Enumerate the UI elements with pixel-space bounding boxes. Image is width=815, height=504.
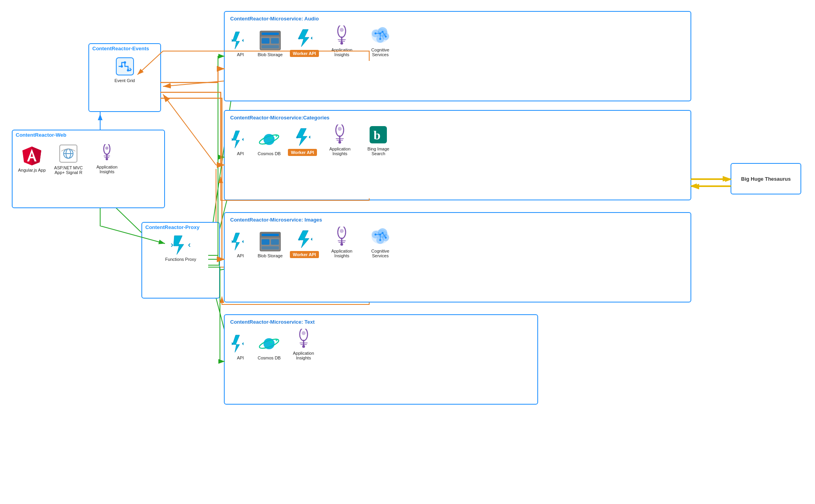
svg-point-32 <box>106 158 108 160</box>
audio-api-icon <box>230 30 251 51</box>
svg-point-61 <box>375 33 377 35</box>
categories-bing: b Bing Image Search <box>363 125 394 156</box>
svg-point-71 <box>338 127 342 131</box>
images-cognitive-icon <box>369 227 391 247</box>
svg-rect-83 <box>262 246 279 249</box>
aspnet-icon <box>58 143 79 164</box>
content-reactor-events-box: ContentReactor-Events Event Grid <box>88 43 161 112</box>
proxy-box-title: ContentReactor-Proxy <box>142 223 219 232</box>
svg-point-64 <box>385 36 387 38</box>
svg-rect-81 <box>262 239 269 245</box>
svg-rect-45 <box>262 45 279 48</box>
audio-cognitive-icon <box>369 26 391 46</box>
audio-appinsights-label: Application Insights <box>326 48 357 57</box>
content-reactor-proxy-box: ContentReactor-Proxy Functions Proxy <box>141 222 220 299</box>
text-appinsights-icon <box>294 329 313 349</box>
svg-point-107 <box>270 341 273 343</box>
images-appinsights-icon <box>332 227 351 247</box>
images-blob: Blob Storage <box>258 231 283 258</box>
svg-point-100 <box>379 234 381 236</box>
svg-point-87 <box>341 243 343 246</box>
angular-icon <box>22 146 42 166</box>
svg-point-65 <box>379 38 381 40</box>
angular-label: Angular.js App <box>18 168 46 172</box>
categories-cosmos-label: Cosmos DB <box>258 151 281 156</box>
svg-point-73 <box>339 141 341 144</box>
functions-proxy-component: Functions Proxy <box>165 235 196 262</box>
categories-cosmos: Cosmos DB <box>258 129 281 156</box>
svg-point-109 <box>302 331 306 335</box>
svg-point-36 <box>121 65 123 68</box>
images-api: API <box>230 231 251 258</box>
svg-rect-80 <box>262 234 279 236</box>
audio-api-label: API <box>237 52 244 57</box>
svg-point-62 <box>379 33 381 35</box>
events-box-title: ContentReactor-Events <box>89 44 160 53</box>
svg-rect-43 <box>262 38 269 44</box>
svg-point-85 <box>340 229 344 233</box>
categories-api-icon <box>230 129 251 150</box>
text-cosmos-icon <box>258 334 280 354</box>
thesaurus-label: Big Huge Thesaurus <box>738 173 794 185</box>
svg-point-111 <box>302 345 305 348</box>
categories-api-label: API <box>237 151 244 156</box>
text-appinsights: Application Insights <box>288 329 319 360</box>
svg-rect-42 <box>262 33 279 35</box>
svg-point-37 <box>124 61 126 64</box>
text-cosmos: Cosmos DB <box>258 334 281 360</box>
images-appinsights-label: Application Insights <box>326 249 357 258</box>
svg-rect-44 <box>271 38 279 44</box>
audio-appinsights: Application Insights <box>326 26 357 57</box>
audio-worker-api-badge: Worker API <box>290 50 319 57</box>
svg-point-38 <box>127 69 129 71</box>
text-cosmos-label: Cosmos DB <box>258 356 281 360</box>
images-appinsights: Application Insights <box>326 227 357 258</box>
images-worker-api-icon <box>294 229 315 249</box>
svg-point-68 <box>264 134 275 145</box>
categories-ms-icons: API Cosmos DB <box>230 125 685 156</box>
categories-worker-api-icon <box>292 127 313 147</box>
text-api-icon <box>230 334 251 354</box>
audio-appinsights-icon <box>332 26 351 46</box>
svg-point-103 <box>379 239 381 241</box>
text-ms-icons: API Cosmos DB <box>230 329 532 360</box>
audio-ms-title: ContentReactor-Microservice: Audio <box>230 16 685 22</box>
categories-appinsights-label: Application Insights <box>324 147 355 156</box>
images-worker-api-badge: Worker API <box>290 251 319 258</box>
functions-proxy-label: Functions Proxy <box>165 257 196 262</box>
svg-rect-82 <box>271 239 279 245</box>
aspnet-component: ASP.NET MVC App+ Signal R <box>53 143 84 175</box>
svg-line-13 <box>163 94 216 165</box>
images-cognitive-label: Cognitive Services <box>364 249 396 258</box>
text-microservice-box: ContentReactor-Microservice: Text API <box>224 314 538 405</box>
svg-point-102 <box>385 237 387 239</box>
text-appinsights-label: Application Insights <box>288 351 319 360</box>
audio-microservice-box: ContentReactor-Microservice: Audio API <box>224 11 691 101</box>
images-ms-icons: API Blob Storage <box>230 227 685 258</box>
categories-bing-label: Bing Image Search <box>363 147 394 156</box>
categories-cosmos-icon <box>258 129 280 150</box>
text-ms-title: ContentReactor-Microservice: Text <box>230 319 532 325</box>
web-box-title: ContentReactor-Web <box>13 130 164 139</box>
categories-api: API <box>230 129 251 156</box>
svg-point-106 <box>264 338 275 349</box>
svg-point-63 <box>382 31 384 33</box>
images-api-icon <box>230 231 251 252</box>
big-huge-thesaurus-box: Big Huge Thesaurus <box>731 163 801 194</box>
text-api: API <box>230 334 251 360</box>
svg-point-99 <box>375 234 377 236</box>
images-microservice-box: ContentReactor-Microservice: Images API <box>224 212 691 302</box>
categories-microservice-box: ContentReactor-Microservice:Categories A… <box>224 110 691 200</box>
audio-worker-api: Worker API <box>290 28 319 57</box>
audio-blob: Blob Storage <box>258 30 283 57</box>
svg-point-47 <box>340 28 344 32</box>
aspnet-label: ASP.NET MVC App+ Signal R <box>53 165 84 175</box>
audio-worker-api-icon <box>294 28 315 48</box>
svg-point-101 <box>382 232 384 234</box>
categories-ms-title: ContentReactor-Microservice:Categories <box>230 115 685 121</box>
images-ms-title: ContentReactor-Microservice: Images <box>230 217 685 223</box>
images-worker-api: Worker API <box>290 229 319 258</box>
eventgrid-label: Event Grid <box>115 78 135 83</box>
audio-api: API <box>230 30 251 57</box>
eventgrid-icon <box>115 56 135 77</box>
